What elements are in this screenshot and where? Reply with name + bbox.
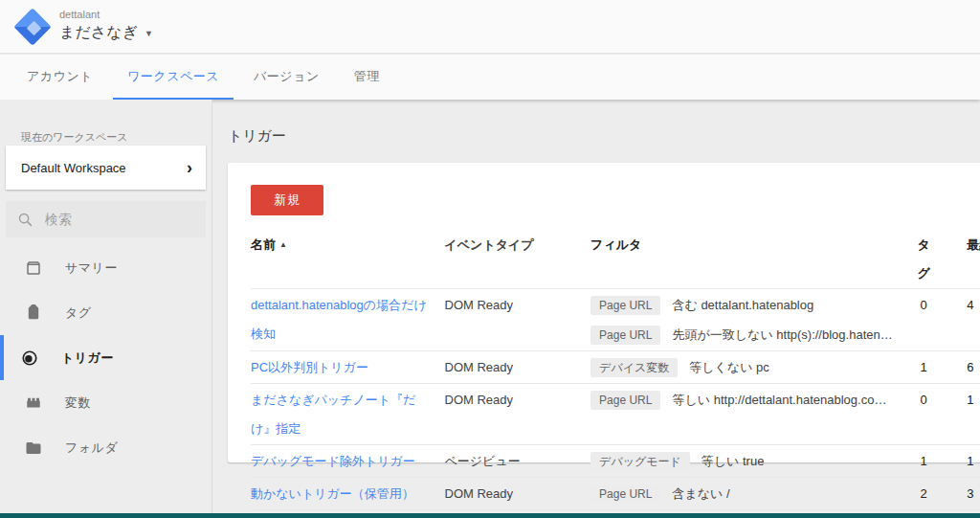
event-type-cell: DOM Ready [445,385,591,415]
sidebar-item-variables[interactable]: 変数 [0,380,212,425]
filter-cell: デバッグモード 等しい true [590,446,911,476]
sidebar-item-tags[interactable]: タグ [0,290,212,335]
event-type-cell: ページビュー [445,446,591,476]
last-edited-cell: 6 [967,352,980,382]
tag-icon [25,304,42,322]
search-icon [17,212,33,228]
table-row: dettalant.hatenablogの場合だけ検知 DOM Ready Pa… [251,289,980,351]
tags-count: 0 [911,290,936,320]
sidebar-item-folders[interactable]: フォルダ [0,425,212,470]
table-header-row: 名前▲ イベントタイプ フィルタ タグ 最終更新 [251,231,980,289]
last-edited-cell: 1 [967,446,980,476]
table-row: PC以外判別トリガー DOM Ready デバイス変数 等しくない pc 1 6 [251,351,980,384]
column-header-event-type[interactable]: イベントタイプ [445,231,591,259]
sort-asc-icon: ▲ [279,240,287,249]
filter-condition: 等しくない pc [689,359,769,376]
filter-condition: 先頭が一致しない http(s)://blog.haten… [672,327,892,344]
table-row: まださなぎパッチノート『だけ』指定 DOM Ready Page URL 等しい… [251,384,980,445]
filter-variable-chip: Page URL [590,296,660,315]
filter-variable-chip: デバイス変数 [590,358,678,377]
triggers-table: 名前▲ イベントタイプ フィルタ タグ 最終更新 dettalant.haten… [251,231,980,510]
folder-icon [25,439,42,457]
app-header: dettalant まださなぎ ▼ [0,0,980,54]
trigger-name-link[interactable]: デバッグモード除外トリガー [251,446,415,476]
last-edited-cell: 1 [967,385,980,415]
workspace-sidebar: 現在のワークスペース Default Workspace › サマリー タグ [0,100,212,513]
tab-workspace[interactable]: ワークスペース [113,55,234,100]
sidebar-menu: サマリー タグ トリガー 変数 フォルダ [0,245,212,470]
filter-cell: Page URL 含まない / [590,479,911,508]
filter-cell: デバイス変数 等しくない pc [590,352,911,382]
container-selector[interactable]: まださなぎ ▼ [59,23,153,43]
container-name-label: まださなぎ [59,23,138,43]
filter-condition: 等しい true [702,453,765,470]
filter-condition: 含まない / [672,485,729,503]
sidebar-item-label: サマリー [65,259,118,277]
table-row: デバッグモード除外トリガー ページビュー デバッグモード 等しい true 1 … [251,445,980,478]
event-type-cell: DOM Ready [445,479,591,508]
main-tab-bar: アカウント ワークスペース バージョン 管理 [0,55,980,100]
chevron-down-icon: ▼ [145,29,153,38]
account-name-label: dettalant [59,9,100,20]
column-header-name[interactable]: 名前▲ [251,231,445,259]
variables-brick-icon [25,394,42,412]
trigger-name-link[interactable]: dettalant.hatenablogの場合だけ検知 [251,290,432,349]
triggers-card: 新規 名前▲ イベントタイプ フィルタ タグ 最終更新 dettalant.ha… [228,163,980,462]
filter-variable-chip: Page URL [590,484,660,504]
filter-variable-chip: デバッグモード [590,452,690,471]
tab-admin[interactable]: 管理 [340,55,394,100]
tags-count: 0 [911,385,936,415]
sidebar-item-summary[interactable]: サマリー [0,245,212,290]
workspace-name: Default Workspace [21,161,126,175]
bottom-edge-strip [0,513,980,518]
filter-cell: Page URL 含む dettalant.hatenablog Page UR… [590,290,911,349]
filter-variable-chip: Page URL [590,391,660,410]
sidebar-item-label: トリガー [61,349,114,367]
filter-variable-chip: Page URL [590,326,660,345]
chevron-right-icon: › [187,159,192,176]
column-header-filter[interactable]: フィルタ [590,231,911,259]
workspace-selector-card[interactable]: Default Workspace › [6,146,206,190]
trigger-icon [21,349,38,367]
last-edited-cell: 3 [967,479,980,508]
filter-condition: 含む dettalant.hatenablog [672,297,813,314]
table-row: 動かないトリガー（保管用） DOM Ready Page URL 含まない / … [251,478,980,510]
sidebar-search-box[interactable] [6,201,206,237]
trigger-name-link[interactable]: まださなぎパッチノート『だけ』指定 [251,385,432,443]
tags-count: 1 [911,352,936,382]
event-type-cell: DOM Ready [445,290,591,320]
sidebar-item-label: 変数 [65,394,91,412]
current-workspace-label: 現在のワークスペース [21,130,128,145]
tags-count: 2 [911,479,936,508]
filter-condition: 等しい http://dettalant.hatenablog.co… [672,392,886,409]
page-title: トリガー [228,127,286,146]
new-trigger-button[interactable]: 新規 [251,185,323,215]
sidebar-item-triggers[interactable]: トリガー [0,335,212,380]
search-input[interactable] [45,212,179,227]
summary-icon [25,259,42,277]
column-header-last-edited[interactable]: 最終更新 [967,231,980,259]
trigger-name-link[interactable]: PC以外判別トリガー [251,352,368,382]
column-header-tags[interactable]: タグ [911,231,936,288]
tab-account[interactable]: アカウント [12,55,107,100]
sidebar-item-label: タグ [65,304,92,322]
trigger-name-link[interactable]: 動かないトリガー（保管用） [251,479,414,508]
tags-count: 1 [911,446,936,476]
filter-cell: Page URL 等しい http://dettalant.hatenablog… [590,385,911,415]
tab-versions[interactable]: バージョン [239,55,334,100]
event-type-cell: DOM Ready [445,352,591,382]
last-edited-cell: 4 [967,290,980,320]
sidebar-item-label: フォルダ [65,439,118,457]
